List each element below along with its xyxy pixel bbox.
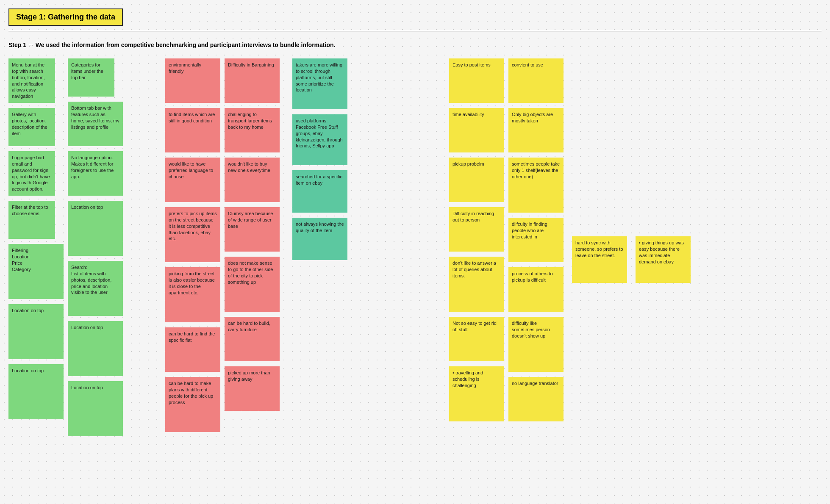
- page-container: Stage 1: Gathering the data Step 1 → We …: [8, 8, 822, 436]
- list-item: Search:List of items with photos, descri…: [68, 261, 123, 316]
- list-item: sometimes people take only 1 shelf(leave…: [508, 158, 564, 213]
- green-col-2: Categories for items under the top bar B…: [68, 58, 123, 436]
- list-item: diifcuity in finding people who are inte…: [508, 218, 564, 262]
- yellow-col-2: convient to use Only big objects are mos…: [508, 58, 564, 421]
- list-item: Not so easy to get rid off stuff: [449, 317, 504, 361]
- list-item: searched for a specific item on ebay: [292, 170, 347, 213]
- list-item: Filtering:LocationPriceCategory: [8, 244, 64, 299]
- list-item: challenging to transport larger items ba…: [225, 108, 280, 152]
- list-item: Filter at the top to choose items: [8, 201, 55, 239]
- yellow-col-4: • giving things up was easy because ther…: [636, 236, 691, 283]
- list-item: time availability: [449, 108, 504, 152]
- list-item: • travelling and scheduling is challengi…: [449, 366, 504, 421]
- list-item: wouldn't like to buy new one's everytime: [225, 158, 280, 202]
- list-item: would like to have preferred language to…: [165, 158, 220, 202]
- salmon-col-1: environmentally friendly to find items w…: [165, 58, 220, 432]
- list-item: can be hard to build, carry furniture: [225, 317, 280, 361]
- board: Menu bar at the top with search button, …: [8, 58, 822, 436]
- list-item: Only big objects are mostly taken: [508, 108, 564, 152]
- list-item: used platforms: Facebook Free Stuff grou…: [292, 114, 347, 165]
- title-box: Stage 1: Gathering the data: [8, 8, 123, 26]
- list-item: Bottom tab bar with features such as hom…: [68, 102, 123, 146]
- list-item: prefers to pick up items on the street b…: [165, 207, 220, 262]
- yellow-col-1: Easy to post items time availability pic…: [449, 58, 504, 421]
- page-title: Stage 1: Gathering the data: [16, 13, 115, 22]
- list-item: don't like to answer a lot of queries ab…: [449, 257, 504, 312]
- salmon-section: environmentally friendly to find items w…: [165, 58, 280, 432]
- list-item: Location on top: [68, 201, 123, 256]
- yellow-section: Easy to post items time availability pic…: [449, 58, 564, 421]
- list-item: process of others to pickup is difficult: [508, 267, 564, 312]
- list-item: to find items which are still in good co…: [165, 108, 220, 152]
- list-item: Location on top: [8, 304, 64, 359]
- yellow-col-3: hard to sync with someone, so prefers to…: [572, 236, 627, 283]
- list-item: Easy to post items: [449, 58, 504, 103]
- list-item: Difficulty in reaching out to person: [449, 207, 504, 252]
- list-item: Location on top: [8, 364, 64, 419]
- list-item: Menu bar at the top with search button, …: [8, 58, 55, 103]
- list-item: takers are more willing to scrool throug…: [292, 58, 347, 109]
- list-item: not always knowing the quality of the it…: [292, 218, 347, 260]
- list-item: Location on top: [68, 381, 123, 436]
- list-item: convient to use: [508, 58, 564, 103]
- list-item: • giving things up was easy because ther…: [636, 236, 691, 283]
- list-item: can be hard to find the specific flat: [165, 327, 220, 372]
- list-item: Categories for items under the top bar: [68, 58, 114, 97]
- list-item: Difficulty in Bargaining: [225, 58, 280, 103]
- list-item: Clumsy area because of wide range of use…: [225, 207, 280, 252]
- subtitle: Step 1 → We used the information from co…: [8, 42, 822, 48]
- list-item: pickup probelm: [449, 158, 504, 202]
- list-item: does not make sense to go to the other s…: [225, 257, 280, 312]
- list-item: picking from the street is also easier b…: [165, 267, 220, 322]
- list-item: Gallery with photos, location, descripti…: [8, 108, 55, 146]
- green-section: Menu bar at the top with search button, …: [8, 58, 123, 436]
- list-item: environmentally friendly: [165, 58, 220, 103]
- salmon-col-2: Difficulty in Bargaining challenging to …: [225, 58, 280, 432]
- list-item: hard to sync with someone, so prefers to…: [572, 236, 627, 283]
- divider: [8, 31, 822, 31]
- list-item: no language translator: [508, 377, 564, 421]
- list-item: picked up more than giving away: [225, 366, 280, 411]
- list-item: No language option. Makes it different f…: [68, 151, 123, 196]
- list-item: can be hard to make plans with different…: [165, 377, 220, 432]
- list-item: Login page had email and password for si…: [8, 151, 55, 196]
- list-item: Location on top: [68, 321, 123, 376]
- blue-green-section: takers are more willing to scrool throug…: [292, 58, 347, 260]
- green-col-1: Menu bar at the top with search button, …: [8, 58, 64, 436]
- list-item: difficulty like sometimes person doesn't…: [508, 317, 564, 372]
